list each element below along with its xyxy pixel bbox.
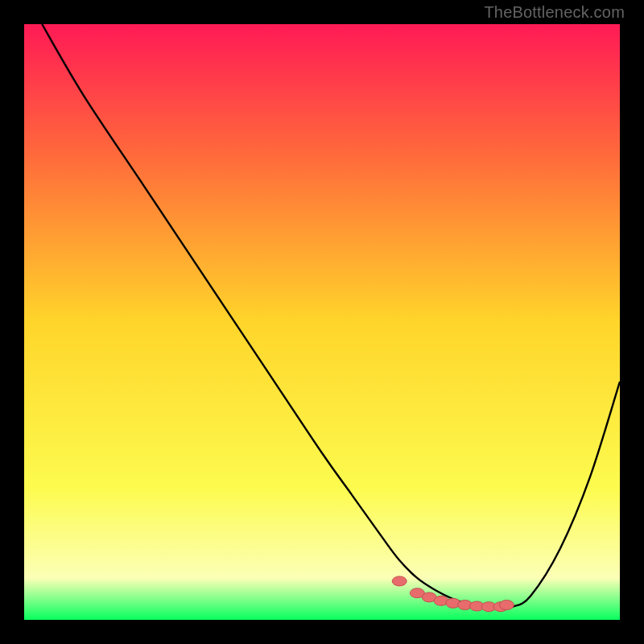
curve-marker <box>392 576 407 586</box>
chart-frame: TheBottleneck.com <box>0 0 644 644</box>
chart-svg <box>24 24 620 620</box>
plot-area <box>24 24 620 620</box>
curve-marker <box>499 601 514 610</box>
watermark-text: TheBottleneck.com <box>484 3 625 22</box>
gradient-background <box>24 24 620 620</box>
